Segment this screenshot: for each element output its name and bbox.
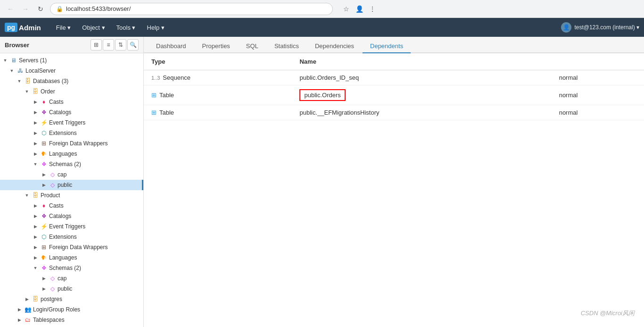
table-label2: Table — [159, 109, 174, 116]
forward-button[interactable]: → — [20, 3, 31, 15]
servers-toggle[interactable]: ▼ — [2, 57, 8, 64]
order-schemas-toggle[interactable]: ▼ — [32, 161, 39, 168]
tab-properties[interactable]: Properties — [195, 40, 238, 53]
product-schemas-toggle[interactable]: ▼ — [32, 265, 39, 271]
menu-bar: File ▾ Object ▾ Tools ▾ Help ▾ 👤 test@12… — [50, 21, 639, 34]
object-menu[interactable]: Object ▾ — [76, 21, 110, 34]
product-public-toggle[interactable]: ▶ — [41, 285, 47, 292]
bookmark-button[interactable]: ☆ — [340, 3, 352, 15]
browser-actions: ☆ 👤 ⋮ — [340, 3, 378, 15]
order-db-toggle[interactable]: ▼ — [24, 88, 30, 95]
row3-type: ⊞ Table — [144, 105, 292, 120]
order-public-schema-node[interactable]: ▶ ◇ public — [0, 180, 143, 190]
pgadmin-header: pg Admin File ▾ Object ▾ Tools ▾ Help ▾ … — [0, 18, 644, 37]
localserver-node[interactable]: ▼ 🖧 LocalServer — [0, 66, 143, 76]
back-button[interactable]: ← — [5, 3, 16, 15]
localserver-label: LocalServer — [25, 67, 56, 74]
user-info[interactable]: 👤 test@123.com (internal) ▾ — [561, 22, 639, 33]
grid-view-button[interactable]: ⊞ — [91, 39, 102, 50]
sort-button[interactable]: ⇅ — [115, 39, 126, 50]
search-button[interactable]: 🔍 — [127, 39, 139, 50]
row3-name: public.__EFMigrationsHistory — [292, 105, 551, 120]
product-fdw-node[interactable]: ▶ ⊞ Foreign Data Wrappers — [0, 242, 143, 252]
postgres-db-toggle[interactable]: ▶ — [24, 296, 30, 302]
file-menu[interactable]: File ▾ — [50, 21, 77, 34]
login-groups-toggle[interactable]: ▶ — [16, 306, 23, 313]
order-db-node[interactable]: ▼ 🗄 Order — [0, 86, 143, 97]
sequence-num: 1..3 — [151, 75, 160, 81]
product-languages-toggle[interactable]: ▶ — [32, 254, 39, 261]
tools-menu[interactable]: Tools ▾ — [111, 21, 141, 34]
order-extensions-node[interactable]: ▶ ⬡ Extensions — [0, 128, 143, 138]
product-cap-toggle[interactable]: ▶ — [41, 275, 47, 282]
help-menu[interactable]: Help ▾ — [141, 21, 170, 34]
table-content: Type Name 1..3 Sequence — [144, 53, 644, 327]
product-languages-label: Languages — [49, 254, 77, 261]
product-languages-node[interactable]: ▶ 🗣 Languages — [0, 252, 143, 263]
order-schemas-node[interactable]: ▼ ❖ Schemas (2) — [0, 159, 143, 169]
order-public-toggle[interactable]: ▶ — [41, 182, 47, 188]
localserver-toggle[interactable]: ▼ — [8, 67, 15, 74]
login-groups-node[interactable]: ▶ 👥 Login/Group Roles — [0, 304, 143, 315]
tablespaces-node[interactable]: ▶ 🗂 Tablespaces — [0, 315, 143, 325]
tree-container[interactable]: ▼ 🖥 Servers (1) ▼ 🖧 LocalServer ▼ 🗄 Data… — [0, 53, 143, 327]
order-extensions-label: Extensions — [49, 130, 77, 136]
order-catalogs-node[interactable]: ▶ ❖ Catalogs — [0, 107, 143, 117]
order-catalogs-label: Catalogs — [49, 109, 71, 116]
row1-type: 1..3 Sequence — [144, 70, 292, 85]
menu-button[interactable]: ⋮ — [367, 3, 378, 15]
tab-dependencies[interactable]: Dependencies — [307, 40, 362, 53]
order-cap-toggle[interactable]: ▶ — [41, 171, 47, 178]
product-event-triggers-toggle[interactable]: ▶ — [32, 223, 39, 230]
order-languages-node[interactable]: ▶ 🗣 Languages — [0, 149, 143, 159]
product-db-toggle[interactable]: ▼ — [24, 192, 30, 199]
databases-node[interactable]: ▼ 🗄 Databases (3) — [0, 76, 143, 86]
product-db-node[interactable]: ▼ 🗄 Product — [0, 190, 143, 201]
servers-node[interactable]: ▼ 🖥 Servers (1) — [0, 55, 143, 66]
pgadmin-logo: pg Admin — [5, 23, 41, 32]
order-event-triggers-toggle[interactable]: ▶ — [32, 119, 39, 126]
tab-dependents[interactable]: Dependents — [363, 40, 411, 53]
secure-icon: 🔒 — [56, 6, 63, 12]
product-casts-toggle[interactable]: ▶ — [32, 202, 39, 209]
tab-sql[interactable]: SQL — [239, 40, 266, 53]
tab-dashboard[interactable]: Dashboard — [149, 40, 194, 53]
user-icon: 👤 — [561, 22, 571, 33]
product-cap-schema-icon: ◇ — [49, 275, 56, 282]
order-schemas-icon: ❖ — [40, 160, 48, 168]
product-db-icon: 🗄 — [32, 192, 39, 199]
order-casts-toggle[interactable]: ▶ — [32, 99, 39, 105]
order-fdw-node[interactable]: ▶ ⊞ Foreign Data Wrappers — [0, 138, 143, 149]
product-public-label: public — [58, 285, 72, 292]
tab-statistics[interactable]: Statistics — [267, 40, 306, 53]
order-extensions-toggle[interactable]: ▶ — [32, 130, 39, 136]
product-casts-node[interactable]: ▶ ♦ Casts — [0, 201, 143, 211]
product-casts-icon: ♦ — [40, 202, 48, 210]
address-bar[interactable]: 🔒 localhost:5433/browser/ — [50, 3, 333, 15]
postgres-db-icon: 🗄 — [32, 295, 39, 303]
product-public-schema-node[interactable]: ▶ ◇ public — [0, 284, 143, 294]
product-extensions-node[interactable]: ▶ ⬡ Extensions — [0, 232, 143, 242]
order-cap-schema-node[interactable]: ▶ ◇ cap — [0, 169, 143, 180]
product-catalogs-toggle[interactable]: ▶ — [32, 213, 39, 219]
order-catalogs-toggle[interactable]: ▶ — [32, 109, 39, 116]
postgres-db-label: postgres — [41, 296, 62, 302]
order-casts-node[interactable]: ▶ ♦ Casts — [0, 97, 143, 107]
product-fdw-toggle[interactable]: ▶ — [32, 244, 39, 251]
order-event-triggers-node[interactable]: ▶ ⚡ Event Triggers — [0, 117, 143, 128]
reload-button[interactable]: ↻ — [35, 3, 46, 15]
account-button[interactable]: 👤 — [354, 3, 365, 15]
product-schemas-node[interactable]: ▼ ❖ Schemas (2) — [0, 263, 143, 273]
product-cap-schema-node[interactable]: ▶ ◇ cap — [0, 273, 143, 284]
product-extensions-toggle[interactable]: ▶ — [32, 234, 39, 240]
order-event-triggers-label: Event Triggers — [49, 119, 85, 126]
list-view-button[interactable]: ≡ — [103, 39, 114, 50]
product-event-triggers-node[interactable]: ▶ ⚡ Event Triggers — [0, 221, 143, 232]
product-catalogs-node[interactable]: ▶ ❖ Catalogs — [0, 211, 143, 221]
databases-toggle[interactable]: ▼ — [16, 78, 23, 84]
url-text: localhost:5433/browser/ — [66, 5, 131, 12]
tablespaces-toggle[interactable]: ▶ — [16, 317, 23, 323]
order-fdw-toggle[interactable]: ▶ — [32, 140, 39, 147]
order-languages-toggle[interactable]: ▶ — [32, 151, 39, 157]
postgres-db-node[interactable]: ▶ 🗄 postgres — [0, 294, 143, 304]
